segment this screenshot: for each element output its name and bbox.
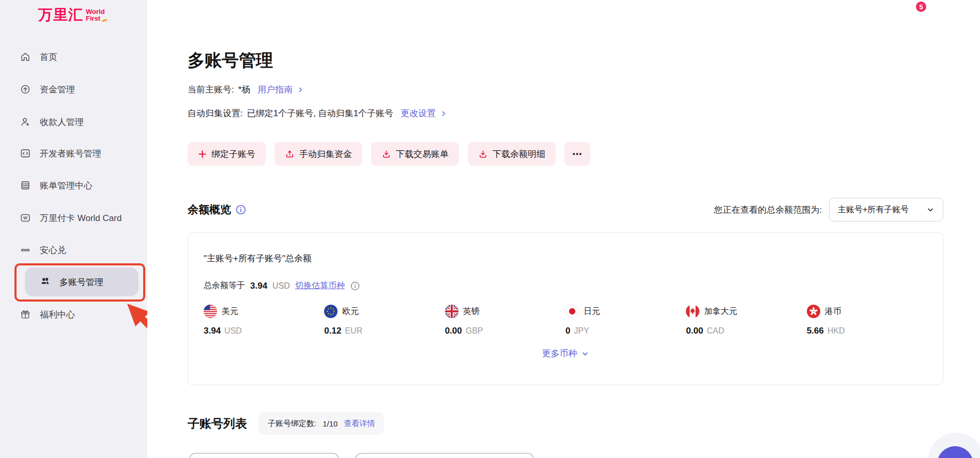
worldfirst-dashboard: 万里汇 World First 首页 资金管理 收款人管理 xyxy=(0,0,980,458)
page-title: 多账号管理 xyxy=(188,49,273,72)
user-guide-link[interactable]: 用户指南 xyxy=(257,84,293,96)
logo-en-text: World First xyxy=(86,8,105,22)
payee-icon xyxy=(20,116,31,128)
total-value: 3.94 xyxy=(250,281,267,291)
currency-item-eur: 欧元 0.12EUR xyxy=(324,304,445,336)
sub-account-list-title: 子账号列表 xyxy=(188,416,247,432)
view-details-link[interactable]: 查看详情 xyxy=(344,419,375,429)
worldfirst-logo[interactable]: 万里汇 World First xyxy=(38,5,105,25)
change-settings-link[interactable]: 更改设置 xyxy=(401,107,436,119)
logo-orange-accent xyxy=(101,19,106,22)
home-icon xyxy=(20,51,31,62)
auto-collect-value: 已绑定1个子账号, 自动归集1个子账号 xyxy=(247,107,393,119)
japan-flag-icon xyxy=(565,305,579,318)
total-balance-card: "主账号+所有子账号"总余额 总余额等于 3.94 USD 切换估算币种 美元 … xyxy=(188,232,943,385)
total-currency: USD xyxy=(272,281,290,291)
auto-collect-row: 自动归集设置: 已绑定1个子账号, 自动归集1个子账号 更改设置 xyxy=(188,107,447,119)
info-icon[interactable] xyxy=(350,281,360,291)
sidebar-item-benefits[interactable]: 福利中心 xyxy=(0,304,147,325)
sidebar-item-label: 多账号管理 xyxy=(59,276,103,288)
scope-select-dropdown[interactable]: 主账号+所有子账号 xyxy=(829,198,943,222)
sidebar-item-label: 资金管理 xyxy=(40,84,75,96)
balance-overview-header: 余额概览 您正在查看的总余额范围为: 主账号+所有子账号 xyxy=(188,198,943,222)
master-account-row: 当前主账号: *杨 用户指南 xyxy=(188,84,304,96)
sub-account-list-header: 子账号列表 子账号绑定数: 1/10 查看详情 xyxy=(188,412,384,435)
sidebar-item-label: 收款人管理 xyxy=(40,116,84,128)
sidebar-item-bills[interactable]: 账单管理中心 xyxy=(0,175,147,196)
scope-selector-group: 您正在查看的总余额范围为: 主账号+所有子账号 xyxy=(714,198,943,222)
sidebar-item-label: 万里付卡 World Card xyxy=(40,212,121,224)
chevron-right-icon[interactable] xyxy=(440,110,447,117)
balance-overview-title: 余额概览 xyxy=(188,202,247,217)
download-icon xyxy=(381,149,391,159)
download-transactions-button[interactable]: 下载交易账单 xyxy=(371,142,459,166)
sidebar-item-developer[interactable]: 开发者账号管理 xyxy=(0,143,147,164)
exchange-icon xyxy=(20,244,31,256)
plus-icon xyxy=(198,150,207,159)
total-label: 总余额等于 xyxy=(204,280,245,291)
sidebar-item-label: 账单管理中心 xyxy=(40,180,93,192)
sidebar-item-label: 安心兑 xyxy=(40,244,66,256)
more-currencies-link[interactable]: 更多币种 xyxy=(188,348,943,359)
sidebar-item-exchange[interactable]: 安心兑 xyxy=(0,240,147,260)
ellipsis-icon: ⋯ xyxy=(572,148,583,160)
sidebar-item-label: 首页 xyxy=(40,51,57,63)
bind-sub-account-button[interactable]: 绑定子账号 xyxy=(188,142,266,166)
download-icon xyxy=(478,149,488,159)
svg-text:W: W xyxy=(23,216,27,220)
card-title: "主账号+所有子账号"总余额 xyxy=(204,252,312,264)
bind-count-value: 1/10 xyxy=(323,419,338,428)
main-content: 多账号管理 当前主账号: *杨 用户指南 自动归集设置: 已绑定1个子账号, 自… xyxy=(147,0,980,458)
gift-icon xyxy=(20,309,31,320)
manual-collect-button[interactable]: 手动归集资金 xyxy=(274,142,362,166)
info-icon[interactable] xyxy=(235,204,247,215)
sub-account-tab-partial[interactable] xyxy=(355,453,534,458)
bind-count-label: 子账号绑定数: xyxy=(268,419,316,429)
sub-account-tab-partial[interactable] xyxy=(189,453,339,458)
notification-badge: 5 xyxy=(915,1,927,13)
sub-account-bind-count-pill: 子账号绑定数: 1/10 查看详情 xyxy=(258,412,384,435)
currency-item-usd: 美元 3.94USD xyxy=(204,304,324,336)
more-actions-button[interactable]: ⋯ xyxy=(564,142,590,166)
download-balance-button[interactable]: 下载余额明细 xyxy=(468,142,556,166)
uk-flag-icon xyxy=(445,305,458,318)
currency-item-cad: 加拿大元 0.00CAD xyxy=(686,304,806,336)
master-account-value: *杨 xyxy=(238,84,251,96)
bill-icon xyxy=(20,180,31,191)
sidebar: 万里汇 World First 首页 资金管理 收款人管理 xyxy=(0,0,147,458)
master-account-label: 当前主账号: xyxy=(188,84,234,96)
scope-label: 您正在查看的总余额范围为: xyxy=(714,204,822,216)
funds-icon xyxy=(20,84,31,95)
chevron-right-icon[interactable] xyxy=(297,86,304,93)
currency-item-jpy: 日元 0JPY xyxy=(565,304,686,336)
sidebar-item-multi-account-active[interactable]: 多账号管理 xyxy=(25,267,139,296)
sidebar-item-label: 开发者账号管理 xyxy=(40,148,101,160)
sidebar-item-home[interactable]: 首页 xyxy=(0,46,147,67)
switch-currency-link[interactable]: 切换估算币种 xyxy=(295,280,345,291)
auto-collect-label: 自动归集设置: xyxy=(188,107,243,119)
hongkong-flag-icon xyxy=(807,305,820,318)
currency-item-gbp: 英镑 0.00GBP xyxy=(445,304,565,336)
sidebar-item-funds[interactable]: 资金管理 xyxy=(0,79,147,100)
logo-cn-text: 万里汇 xyxy=(38,5,83,25)
action-buttons-row: 绑定子账号 手动归集资金 下载交易账单 下载余额明细 ⋯ xyxy=(188,142,590,166)
sidebar-item-label: 福利中心 xyxy=(40,309,75,321)
currency-grid: 美元 3.94USD 欧元 0.12EUR 英镑 0.00 xyxy=(204,304,927,336)
multi-account-icon xyxy=(39,275,51,289)
total-balance-row: 总余额等于 3.94 USD 切换估算币种 xyxy=(204,280,360,291)
sidebar-item-world-card[interactable]: W 万里付卡 World Card xyxy=(0,208,147,228)
developer-icon xyxy=(20,148,31,159)
chevron-down-icon xyxy=(926,206,935,214)
us-flag-icon xyxy=(204,305,217,318)
chevron-down-icon xyxy=(581,350,589,358)
currency-item-hkd: 港币 5.66HKD xyxy=(807,304,927,336)
canada-flag-icon xyxy=(686,305,699,318)
world-card-icon: W xyxy=(20,212,31,224)
eu-flag-icon xyxy=(324,305,338,318)
collect-funds-icon xyxy=(285,149,295,159)
sidebar-item-payees[interactable]: 收款人管理 xyxy=(0,112,147,132)
